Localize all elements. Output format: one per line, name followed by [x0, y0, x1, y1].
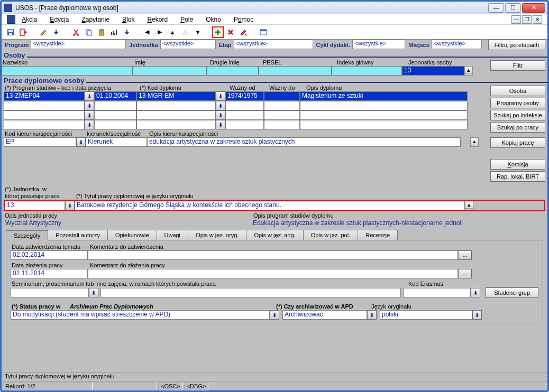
filter-cykl-input[interactable]: <wszystkie>	[352, 40, 405, 49]
status-pracy-dropdown[interactable]: ⬇	[270, 310, 279, 320]
tytul-scroll[interactable]: ▴	[465, 201, 473, 210]
data-zatw-input[interactable]: 02.02.2014	[11, 250, 88, 260]
down-icon[interactable]: ▼	[192, 26, 204, 38]
mdi-minimize-button[interactable]: —	[511, 15, 521, 24]
wazny-od-input[interactable]	[225, 110, 264, 120]
tab-opis-pol[interactable]: Opis w jęz. pol.	[303, 230, 359, 240]
pesel-input[interactable]	[259, 66, 332, 76]
menu-rekord[interactable]: Rekord	[147, 16, 168, 23]
filter-program-input[interactable]: <wszystkie>	[31, 40, 126, 49]
programy-osoby-button[interactable]: Programy osoby	[490, 98, 545, 108]
menu-okno[interactable]: Okno	[206, 16, 221, 23]
mdi-close-button[interactable]: ✕	[533, 15, 542, 24]
prace-row[interactable]: ⬇⬇	[4, 101, 488, 110]
filtruj-po-etapach-button[interactable]: Filtruj po etapach	[488, 40, 545, 50]
prev-icon[interactable]: ◀	[141, 26, 153, 38]
opis-dyplomu-input[interactable]	[300, 120, 468, 129]
szukaj-pracy-button[interactable]: Szukaj po pracy	[490, 122, 545, 133]
menu-pomoc[interactable]: Pomoc	[234, 16, 253, 23]
edit-icon[interactable]	[38, 26, 49, 38]
prace-row[interactable]: 13-ZMEP04⬇01.10.200413-MGR-EM⬇1974/1975M…	[4, 91, 488, 101]
indeks-input[interactable]	[332, 66, 402, 76]
copy-icon[interactable]	[83, 26, 95, 38]
szukaj-indeks-button[interactable]: Szukaj po indeksie	[490, 110, 545, 120]
prog-data-input[interactable]: 01.10.2004	[94, 91, 136, 101]
jezyk-input[interactable]: polski	[380, 310, 472, 320]
tytul-pracy-input[interactable]: Barokowe rezydencje Górnego Śląska w kon…	[75, 201, 465, 210]
opis-dyplomu-input[interactable]	[300, 101, 468, 110]
komisja-button[interactable]: Komisja	[490, 159, 545, 170]
tab-opis-ang[interactable]: Opis w jęz. ang.	[246, 230, 303, 240]
jezyk-dropdown[interactable]: ⬇	[472, 310, 482, 320]
studenci-grup-button[interactable]: Studenci grup	[486, 287, 538, 298]
next-icon[interactable]: ▶	[154, 26, 166, 38]
wazny-do-input[interactable]	[264, 91, 300, 101]
close-button[interactable]: ✕	[522, 3, 545, 13]
kod-dyplomu-dropdown[interactable]: ⬇	[216, 91, 225, 101]
kod-kierunku-input[interactable]: EP	[4, 137, 76, 147]
wazny-od-input[interactable]	[225, 101, 264, 110]
maximize-button[interactable]: ☐	[505, 3, 521, 13]
paste-icon[interactable]	[96, 26, 107, 38]
wazny-do-input[interactable]	[264, 101, 300, 110]
tab-recenzje[interactable]: Recenzje	[358, 230, 398, 240]
seminarium-dropdown[interactable]: ⬇	[89, 288, 98, 297]
archiwizowac-input[interactable]: Archiwizować	[282, 310, 367, 320]
kierunek-input[interactable]: Kierunek	[86, 137, 147, 147]
filtr-button[interactable]: Filtr	[490, 60, 545, 71]
window-icon[interactable]	[258, 26, 269, 38]
filter-miejsce-input[interactable]: <wszystkie>	[432, 40, 482, 49]
menu-blok[interactable]: Blok	[122, 16, 134, 23]
kod-dyplomu-dropdown[interactable]: ⬇	[216, 101, 225, 110]
seminarium-text-input[interactable]	[100, 288, 401, 297]
opis-kierunku-input[interactable]: edukacja artystyczna w zakresie sztuk pl…	[147, 137, 461, 147]
prog-kod-dropdown[interactable]: ⬇	[85, 120, 94, 129]
enter-query2-icon[interactable]	[121, 26, 133, 38]
wazny-do-input[interactable]	[264, 110, 300, 120]
kod-erasmus-dropdown[interactable]: ⬇	[471, 288, 480, 297]
prog-data-input[interactable]	[94, 101, 136, 110]
menu-akcja[interactable]: Akcja	[22, 16, 37, 23]
drugie-imie-input[interactable]	[207, 66, 259, 76]
save-icon[interactable]	[5, 26, 16, 38]
exit-icon[interactable]	[17, 26, 29, 38]
prog-kod-input[interactable]: 13-ZMEP04	[4, 91, 85, 101]
kod-erasmus-input[interactable]	[403, 288, 471, 297]
jednostka-praca-input[interactable]: 13	[5, 201, 65, 210]
tab-opis-oryg[interactable]: Opis w jęz. oryg.	[188, 230, 246, 240]
minimize-button[interactable]: —	[488, 3, 504, 13]
osoby-scrollbar[interactable]: ▴	[464, 66, 473, 76]
kod-dyplomu-input[interactable]: 13-MGR-EM	[136, 91, 216, 101]
kod-dyplomu-input[interactable]	[136, 101, 216, 110]
cut-icon[interactable]	[70, 26, 82, 38]
prog-kod-dropdown[interactable]: ⬇	[85, 91, 94, 101]
wazny-do-input[interactable]	[264, 120, 300, 129]
clear-icon[interactable]	[237, 26, 249, 38]
nazwisko-input[interactable]	[2, 66, 132, 76]
kom-zatw-dots-button[interactable]: ...	[458, 250, 472, 260]
enter-query-icon[interactable]	[50, 26, 62, 38]
up2-icon[interactable]: △	[179, 26, 191, 38]
kier-scroll[interactable]: ▴	[470, 137, 479, 147]
imie-input[interactable]	[132, 66, 207, 76]
wazny-od-input[interactable]	[225, 120, 264, 129]
up-icon[interactable]: ▲	[167, 26, 178, 38]
prog-kod-input[interactable]	[4, 120, 85, 129]
osoba-button[interactable]: Osoba	[490, 86, 545, 96]
tab-opiekunowie[interactable]: Opiekunowie	[107, 230, 157, 240]
insert-record-icon[interactable]	[212, 26, 224, 38]
prace-row[interactable]: ⬇⬇	[4, 110, 488, 120]
tab-uwagi[interactable]: Uwagi	[157, 230, 189, 240]
rap-lokal-birt-button[interactable]: Rap. lokal. BIRT	[490, 171, 545, 182]
opis-dyplomu-input[interactable]	[300, 110, 468, 120]
jednostka-praca-dropdown[interactable]: ⬇	[65, 201, 75, 210]
prog-kod-input[interactable]	[4, 110, 85, 120]
mdi-restore-button[interactable]: ❐	[522, 15, 532, 24]
filter-etap-input[interactable]: <wszystkie>	[234, 40, 313, 49]
delete-record-icon[interactable]	[225, 26, 236, 38]
count-icon[interactable]	[108, 26, 120, 38]
prog-kod-input[interactable]	[4, 101, 85, 110]
kom-zlo-dots-button[interactable]: ...	[458, 269, 472, 278]
jednostka-osoby-input[interactable]: 13	[402, 66, 464, 76]
data-zlo-input[interactable]: 02.11.2014	[11, 269, 88, 278]
